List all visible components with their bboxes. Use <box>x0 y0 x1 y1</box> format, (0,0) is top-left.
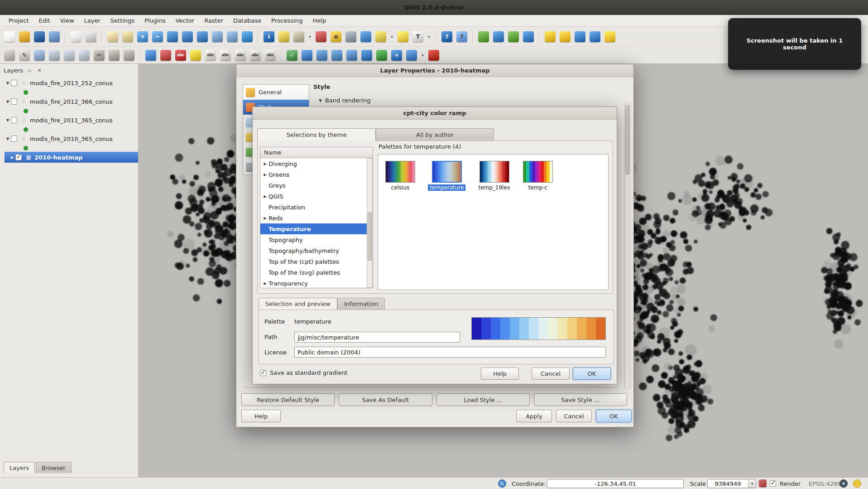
refresh-map-button[interactable] <box>240 30 254 44</box>
paste-features-button[interactable] <box>122 48 136 62</box>
cpt-city-titlebar[interactable]: cpt-city color ramp <box>253 107 617 120</box>
whats-this-button[interactable]: ? <box>455 30 469 44</box>
rotate-feature-button[interactable] <box>62 48 76 62</box>
annotation-button[interactable] <box>396 30 410 44</box>
menu-view[interactable]: View <box>55 15 79 26</box>
expand-arrow-icon[interactable]: ▶ <box>9 155 15 160</box>
zoom-next-button[interactable] <box>225 30 239 44</box>
apply-button[interactable]: Apply <box>516 410 552 422</box>
georeferencer-button[interactable] <box>315 48 329 62</box>
simplify-check-button[interactable]: ✓ <box>285 48 299 62</box>
menu-settings[interactable]: Settings <box>106 15 139 26</box>
panel-tab-layers[interactable]: Layers <box>4 462 35 473</box>
pan-to-selection-button[interactable] <box>121 30 134 44</box>
palette-temp-c[interactable]: temp-c <box>523 161 553 191</box>
composer-manager-button[interactable] <box>84 30 98 44</box>
zoom-to-selection-button[interactable] <box>181 30 194 44</box>
histogram-stretch-full-button[interactable] <box>477 30 490 44</box>
tab-selections-by-theme[interactable]: Selections by theme <box>257 128 376 141</box>
palette-temperature[interactable]: temperature <box>428 161 465 191</box>
plugin-tool-button[interactable] <box>603 30 617 44</box>
pan-map-button[interactable] <box>106 30 120 44</box>
collapse-arrow-icon[interactable]: ▼ <box>5 137 11 141</box>
sidebar-item-general[interactable]: General <box>243 85 309 100</box>
tab-all-by-author[interactable]: All by author <box>376 128 494 141</box>
save-project-button[interactable] <box>33 30 46 44</box>
theme-greens[interactable]: ▶Greens <box>260 169 373 180</box>
tab-information[interactable]: Information <box>337 298 385 310</box>
zoom-in-button[interactable]: + <box>136 30 149 44</box>
expand-arrow-icon[interactable]: ▶ <box>262 281 269 286</box>
menu-edit[interactable]: Edit <box>34 15 55 26</box>
theme-topography-bathymetry[interactable]: Topography/bathymetry <box>260 245 373 256</box>
help-button[interactable]: Help <box>481 368 519 380</box>
crs-status-icon[interactable] <box>839 479 848 488</box>
layer-item-modis-fire-2010-365-conus[interactable]: ▼∴modis_fire_2010_365_conus <box>0 133 138 144</box>
layer-visibility-checkbox[interactable] <box>15 154 22 160</box>
restore-default-style-button[interactable]: Restore Default Style <box>241 393 335 406</box>
add-point-button[interactable]: + <box>390 48 403 62</box>
layer-item-2010-heatmap[interactable]: ▶▦2010-heatmap <box>5 152 138 163</box>
text-annotation-button[interactable]: T <box>411 30 425 44</box>
zoom-full-button[interactable] <box>166 30 179 44</box>
save-as-default-button[interactable]: Save As Default <box>339 393 432 406</box>
contrast-stretch-full-button[interactable] <box>507 30 520 44</box>
menu-database[interactable]: Database <box>228 15 266 26</box>
save-project-as-button[interactable] <box>48 30 61 44</box>
simplify-feature-button[interactable] <box>77 48 91 62</box>
label-show-hide-button[interactable]: abc <box>219 48 232 62</box>
open-attribute-table-button[interactable] <box>344 30 358 44</box>
cancel-button[interactable]: Cancel <box>532 368 570 380</box>
menu-processing[interactable]: Processing <box>266 15 307 26</box>
wfs-service-button[interactable] <box>588 30 602 44</box>
theme-greys[interactable]: Greys <box>260 180 373 191</box>
theme-topography[interactable]: Topography <box>260 234 373 245</box>
dialog-scrollbar[interactable] <box>624 102 630 388</box>
log-messages-icon[interactable] <box>853 479 861 488</box>
dropdown-arrow-icon[interactable]: ▾ <box>426 34 432 39</box>
collapse-arrow-icon[interactable]: ▼ <box>5 81 11 85</box>
path-input[interactable] <box>294 332 460 343</box>
current-edits-button[interactable] <box>3 48 16 62</box>
layer-item-modis-fire-2012-366-conus[interactable]: ▼∴modis_fire_2012_366_conus <box>0 96 138 107</box>
histogram-stretch-local-button[interactable] <box>492 30 505 44</box>
new-bookmark-button[interactable] <box>314 30 328 44</box>
map-tips-button[interactable] <box>359 30 373 44</box>
stop-rendering-button[interactable] <box>427 48 441 62</box>
layer-item-modis-fire-2011-365-conus[interactable]: ▼∴modis_fire_2011_365_conus <box>0 115 138 126</box>
scale-dropdown-icon[interactable]: ▾ <box>748 479 756 488</box>
theme-qgis[interactable]: ▶QGIS <box>260 191 373 202</box>
help-button[interactable]: Help <box>241 410 281 422</box>
scrollbar-thumb[interactable] <box>625 105 629 175</box>
expand-arrow-icon[interactable]: ▶ <box>262 173 269 177</box>
expand-arrow-icon[interactable]: ▶ <box>262 194 269 199</box>
dropdown-arrow-icon[interactable]: ▾ <box>389 34 395 39</box>
show-bookmarks-button[interactable]: e <box>329 30 343 44</box>
themes-scrollbar[interactable] <box>367 158 373 288</box>
scale-lock-icon[interactable] <box>759 479 767 487</box>
menu-layer[interactable]: Layer <box>79 15 106 26</box>
tab-selection-and-preview[interactable]: Selection and preview <box>259 298 337 310</box>
copy-features-button[interactable] <box>107 48 121 62</box>
node-tool-button[interactable] <box>48 48 61 62</box>
web-service-button[interactable] <box>558 30 572 44</box>
raster-calculator-button[interactable] <box>300 48 314 62</box>
delete-selected-button[interactable] <box>159 48 173 62</box>
cut-features-button[interactable]: ✂ <box>92 48 106 62</box>
palette-celsius[interactable]: celsius <box>385 161 415 191</box>
theme-reds[interactable]: ▶Reds <box>260 213 373 223</box>
save-style-button[interactable]: Save Style ... <box>534 393 627 406</box>
deselect-features-button[interactable] <box>292 30 306 44</box>
load-style-button[interactable]: Load Style ... <box>436 393 530 406</box>
menu-raster[interactable]: Raster <box>199 15 228 26</box>
menu-help[interactable]: Help <box>308 15 331 26</box>
contrast-stretch-local-button[interactable] <box>522 30 535 44</box>
zoom-out-button[interactable]: − <box>151 30 164 44</box>
dock-float-icon[interactable]: ▫ <box>26 67 33 74</box>
measure-line-button[interactable] <box>374 30 388 44</box>
theme-diverging[interactable]: ▶Diverging <box>260 158 373 169</box>
spline-tool-button[interactable] <box>345 48 359 62</box>
label-move-button[interactable]: abc <box>234 48 247 62</box>
globe-view-button[interactable] <box>375 48 388 62</box>
theme-transparency[interactable]: ▶Transparency <box>260 278 373 289</box>
